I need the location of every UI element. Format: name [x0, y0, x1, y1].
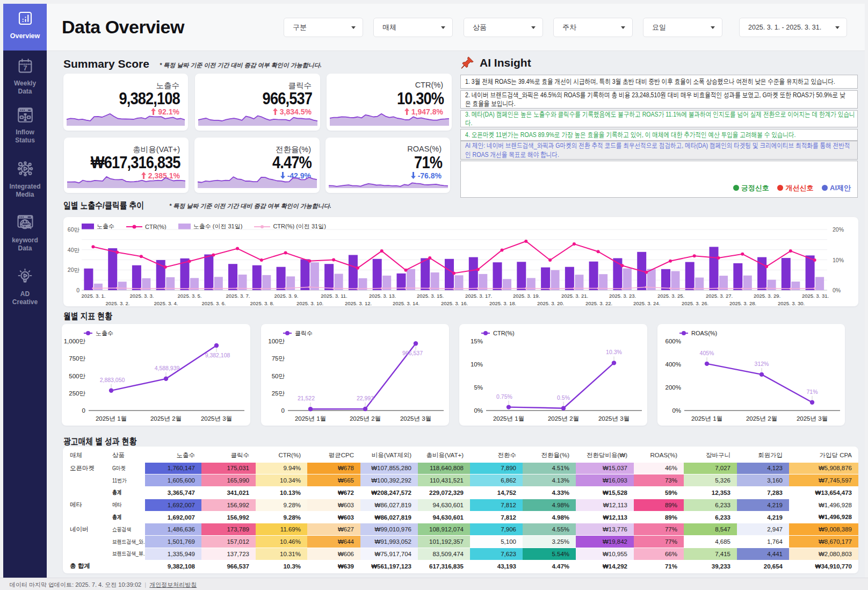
svg-text:0%: 0%: [672, 407, 681, 414]
svg-text:2025년 3월: 2025년 3월: [797, 415, 828, 422]
svg-text:22,993: 22,993: [357, 395, 374, 401]
svg-text:10.3%: 10.3%: [606, 349, 622, 355]
svg-text:2025년 3월: 2025년 3월: [400, 415, 431, 422]
svg-text:2025년 2월: 2025년 2월: [150, 415, 182, 422]
svg-text:5%: 5%: [474, 384, 483, 391]
svg-text:0: 0: [281, 407, 285, 414]
svg-text:71%: 71%: [806, 388, 818, 395]
svg-text:21,522: 21,522: [298, 395, 315, 401]
svg-text:0.75%: 0.75%: [496, 393, 512, 400]
svg-text:2025년 2월: 2025년 2월: [350, 415, 381, 422]
svg-text:75만: 75만: [272, 355, 285, 362]
svg-text:0%: 0%: [474, 407, 483, 414]
svg-text:312%: 312%: [755, 361, 769, 367]
svg-text:0: 0: [82, 407, 85, 414]
svg-text:ROAS(%): ROAS(%): [691, 330, 717, 336]
svg-text:2025년 3월: 2025년 3월: [598, 415, 630, 422]
svg-text:600%: 600%: [666, 338, 681, 344]
svg-text:노출수: 노출수: [96, 330, 113, 336]
svg-text:클릭수: 클릭수: [295, 330, 313, 336]
svg-text:10%: 10%: [471, 361, 483, 368]
svg-text:400%: 400%: [666, 361, 681, 368]
svg-text:7: 7: [23, 64, 27, 72]
svg-text:50만: 50만: [272, 373, 285, 379]
svg-text:4,588,939: 4,588,939: [155, 365, 180, 371]
svg-text:CTR(%): CTR(%): [493, 330, 515, 336]
svg-text:25만: 25만: [272, 390, 285, 397]
svg-text:200%: 200%: [666, 384, 681, 391]
svg-text:2025년 1월: 2025년 1월: [691, 415, 722, 422]
svg-text:0.5%: 0.5%: [557, 394, 570, 401]
svg-text:2,883,050: 2,883,050: [100, 377, 125, 383]
svg-text:100만: 100만: [268, 338, 285, 344]
svg-text:2025년 3월: 2025년 3월: [201, 415, 232, 422]
svg-text:2025년 2월: 2025년 2월: [746, 415, 777, 422]
svg-text:9,382,108: 9,382,108: [205, 352, 230, 358]
svg-text:2025년 1월: 2025년 1월: [295, 415, 326, 422]
svg-text:2025년 1월: 2025년 1월: [96, 415, 127, 422]
svg-text:2025년 2월: 2025년 2월: [548, 415, 579, 422]
svg-text:250만: 250만: [69, 390, 85, 397]
svg-text:966,537: 966,537: [402, 350, 423, 356]
svg-text:750만: 750만: [69, 355, 85, 362]
svg-text:15%: 15%: [471, 338, 483, 344]
svg-text:2025년 1월: 2025년 1월: [493, 415, 524, 422]
svg-text:405%: 405%: [700, 350, 714, 356]
svg-text:1,000만: 1,000만: [64, 338, 86, 344]
svg-text:500만: 500만: [69, 373, 85, 379]
